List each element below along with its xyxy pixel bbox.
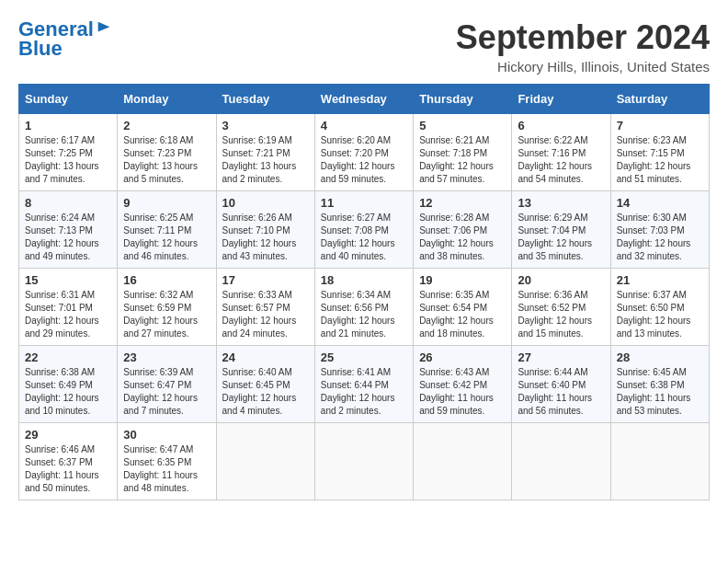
calendar-cell: 22 Sunrise: 6:38 AM Sunset: 6:49 PM Dayl…: [19, 346, 118, 423]
day-number: 18: [321, 273, 407, 287]
cell-details: Sunrise: 6:44 AM Sunset: 6:40 PM Dayligh…: [518, 366, 604, 418]
day-number: 16: [123, 273, 210, 287]
cell-details: Sunrise: 6:33 AM Sunset: 6:57 PM Dayligh…: [222, 289, 309, 340]
col-header-monday: Monday: [118, 85, 216, 114]
cell-details: Sunrise: 6:45 AM Sunset: 6:38 PM Dayligh…: [617, 366, 703, 418]
calendar-cell: 1 Sunrise: 6:17 AM Sunset: 7:25 PM Dayli…: [19, 114, 118, 191]
calendar-cell: 30 Sunrise: 6:47 AM Sunset: 6:35 PM Dayl…: [118, 423, 216, 500]
day-number: 3: [222, 119, 309, 132]
calendar-week-row: 8 Sunrise: 6:24 AM Sunset: 7:13 PM Dayli…: [19, 191, 710, 269]
calendar-cell: 21 Sunrise: 6:37 AM Sunset: 6:50 PM Dayl…: [610, 269, 709, 346]
calendar-cell: 3 Sunrise: 6:19 AM Sunset: 7:21 PM Dayli…: [216, 114, 314, 191]
calendar-cell: [610, 423, 709, 500]
month-title: September 2024: [456, 18, 710, 57]
day-number: 22: [25, 350, 111, 364]
svg-marker-0: [98, 22, 110, 32]
cell-details: Sunrise: 6:46 AM Sunset: 6:37 PM Dayligh…: [25, 443, 111, 495]
cell-details: Sunrise: 6:18 AM Sunset: 7:23 PM Dayligh…: [123, 134, 210, 186]
calendar-cell: [216, 423, 314, 500]
cell-details: Sunrise: 6:32 AM Sunset: 6:59 PM Dayligh…: [123, 289, 210, 340]
calendar-cell: 14 Sunrise: 6:30 AM Sunset: 7:03 PM Dayl…: [610, 191, 709, 269]
calendar-cell: 10 Sunrise: 6:26 AM Sunset: 7:10 PM Dayl…: [216, 191, 314, 269]
location-subtitle: Hickory Hills, Illinois, United States: [456, 59, 710, 75]
col-header-friday: Friday: [512, 85, 610, 114]
day-number: 24: [222, 350, 309, 364]
logo: General Blue: [18, 18, 112, 61]
calendar-cell: 26 Sunrise: 6:43 AM Sunset: 6:42 PM Dayl…: [414, 346, 512, 423]
col-header-tuesday: Tuesday: [216, 85, 314, 114]
day-number: 8: [25, 196, 111, 210]
calendar-cell: 25 Sunrise: 6:41 AM Sunset: 6:44 PM Dayl…: [314, 346, 413, 423]
day-number: 12: [419, 196, 506, 210]
page-header: General Blue September 2024 Hickory Hill…: [18, 18, 710, 75]
cell-details: Sunrise: 6:27 AM Sunset: 7:08 PM Dayligh…: [321, 212, 407, 263]
day-number: 27: [518, 350, 604, 364]
day-number: 25: [321, 350, 407, 364]
calendar-cell: 13 Sunrise: 6:29 AM Sunset: 7:04 PM Dayl…: [512, 191, 610, 269]
day-number: 7: [617, 119, 703, 132]
day-number: 26: [419, 350, 506, 364]
calendar-week-row: 29 Sunrise: 6:46 AM Sunset: 6:37 PM Dayl…: [19, 423, 710, 500]
day-number: 23: [123, 350, 210, 364]
cell-details: Sunrise: 6:34 AM Sunset: 6:56 PM Dayligh…: [321, 289, 407, 340]
cell-details: Sunrise: 6:19 AM Sunset: 7:21 PM Dayligh…: [222, 134, 309, 186]
calendar-table: SundayMondayTuesdayWednesdayThursdayFrid…: [18, 84, 710, 500]
calendar-cell: 4 Sunrise: 6:20 AM Sunset: 7:20 PM Dayli…: [314, 114, 413, 191]
calendar-cell: [314, 423, 413, 500]
col-header-saturday: Saturday: [610, 85, 709, 114]
calendar-cell: 12 Sunrise: 6:28 AM Sunset: 7:06 PM Dayl…: [414, 191, 512, 269]
calendar-cell: 29 Sunrise: 6:46 AM Sunset: 6:37 PM Dayl…: [19, 423, 118, 500]
calendar-cell: 20 Sunrise: 6:36 AM Sunset: 6:52 PM Dayl…: [512, 269, 610, 346]
day-number: 6: [518, 119, 604, 132]
cell-details: Sunrise: 6:30 AM Sunset: 7:03 PM Dayligh…: [617, 212, 703, 263]
day-number: 9: [123, 196, 210, 210]
col-header-wednesday: Wednesday: [314, 85, 413, 114]
calendar-cell: [512, 423, 610, 500]
day-number: 17: [222, 273, 309, 287]
col-header-thursday: Thursday: [414, 85, 512, 114]
cell-details: Sunrise: 6:20 AM Sunset: 7:20 PM Dayligh…: [321, 134, 407, 186]
day-number: 30: [123, 428, 210, 442]
day-number: 13: [518, 196, 604, 210]
day-number: 11: [321, 196, 407, 210]
day-number: 14: [617, 196, 703, 210]
calendar-cell: 23 Sunrise: 6:39 AM Sunset: 6:47 PM Dayl…: [118, 346, 216, 423]
calendar-week-row: 1 Sunrise: 6:17 AM Sunset: 7:25 PM Dayli…: [19, 114, 710, 191]
day-number: 4: [321, 119, 407, 132]
cell-details: Sunrise: 6:47 AM Sunset: 6:35 PM Dayligh…: [123, 443, 210, 495]
day-number: 1: [25, 119, 111, 132]
cell-details: Sunrise: 6:41 AM Sunset: 6:44 PM Dayligh…: [321, 366, 407, 418]
cell-details: Sunrise: 6:36 AM Sunset: 6:52 PM Dayligh…: [518, 289, 604, 340]
cell-details: Sunrise: 6:31 AM Sunset: 7:01 PM Dayligh…: [25, 289, 111, 340]
calendar-week-row: 15 Sunrise: 6:31 AM Sunset: 7:01 PM Dayl…: [19, 269, 710, 346]
day-number: 10: [222, 196, 309, 210]
calendar-cell: 7 Sunrise: 6:23 AM Sunset: 7:15 PM Dayli…: [610, 114, 709, 191]
cell-details: Sunrise: 6:37 AM Sunset: 6:50 PM Dayligh…: [617, 289, 703, 340]
day-number: 28: [617, 350, 703, 364]
cell-details: Sunrise: 6:43 AM Sunset: 6:42 PM Dayligh…: [419, 366, 506, 418]
calendar-cell: 6 Sunrise: 6:22 AM Sunset: 7:16 PM Dayli…: [512, 114, 610, 191]
cell-details: Sunrise: 6:29 AM Sunset: 7:04 PM Dayligh…: [518, 212, 604, 263]
day-number: 21: [617, 273, 703, 287]
day-number: 20: [518, 273, 604, 287]
calendar-cell: 19 Sunrise: 6:35 AM Sunset: 6:54 PM Dayl…: [414, 269, 512, 346]
title-block: September 2024 Hickory Hills, Illinois, …: [456, 18, 710, 75]
day-number: 19: [419, 273, 506, 287]
calendar-cell: 9 Sunrise: 6:25 AM Sunset: 7:11 PM Dayli…: [118, 191, 216, 269]
logo-flag-icon: [96, 20, 112, 37]
calendar-cell: 28 Sunrise: 6:45 AM Sunset: 6:38 PM Dayl…: [610, 346, 709, 423]
calendar-cell: 8 Sunrise: 6:24 AM Sunset: 7:13 PM Dayli…: [19, 191, 118, 269]
calendar-cell: 11 Sunrise: 6:27 AM Sunset: 7:08 PM Dayl…: [314, 191, 413, 269]
cell-details: Sunrise: 6:40 AM Sunset: 6:45 PM Dayligh…: [222, 366, 309, 418]
calendar-cell: 17 Sunrise: 6:33 AM Sunset: 6:57 PM Dayl…: [216, 269, 314, 346]
calendar-cell: 16 Sunrise: 6:32 AM Sunset: 6:59 PM Dayl…: [118, 269, 216, 346]
calendar-week-row: 22 Sunrise: 6:38 AM Sunset: 6:49 PM Dayl…: [19, 346, 710, 423]
calendar-cell: 24 Sunrise: 6:40 AM Sunset: 6:45 PM Dayl…: [216, 346, 314, 423]
calendar-cell: 5 Sunrise: 6:21 AM Sunset: 7:18 PM Dayli…: [414, 114, 512, 191]
cell-details: Sunrise: 6:28 AM Sunset: 7:06 PM Dayligh…: [419, 212, 506, 263]
calendar-cell: 15 Sunrise: 6:31 AM Sunset: 7:01 PM Dayl…: [19, 269, 118, 346]
calendar-cell: 18 Sunrise: 6:34 AM Sunset: 6:56 PM Dayl…: [314, 269, 413, 346]
cell-details: Sunrise: 6:25 AM Sunset: 7:11 PM Dayligh…: [123, 212, 210, 263]
cell-details: Sunrise: 6:38 AM Sunset: 6:49 PM Dayligh…: [25, 366, 111, 418]
cell-details: Sunrise: 6:39 AM Sunset: 6:47 PM Dayligh…: [123, 366, 210, 418]
